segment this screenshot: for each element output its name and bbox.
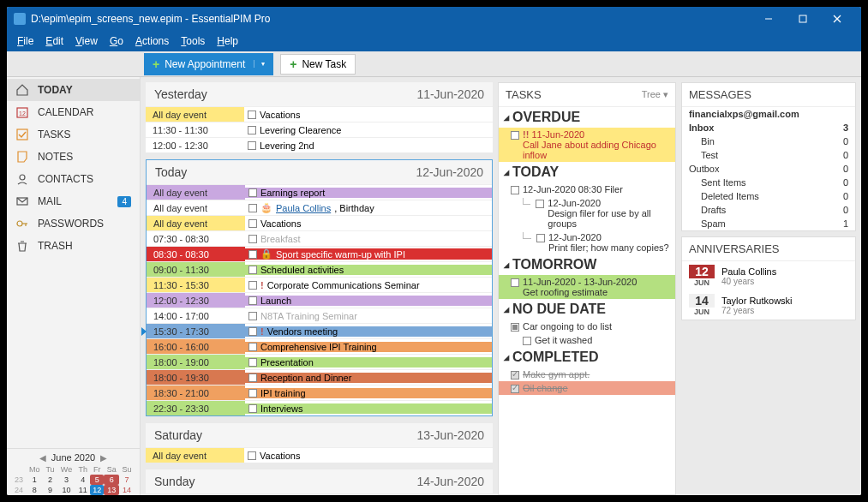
task-checkbox[interactable] (536, 200, 544, 208)
mail-folder[interactable]: Inbox3 (682, 121, 855, 134)
mail-folder[interactable]: Spam1 (682, 217, 855, 230)
mail-folder[interactable]: Drafts0 (682, 203, 855, 217)
minical-day[interactable]: 9 (43, 485, 57, 495)
menu-go[interactable]: Go (105, 33, 129, 49)
minical-day[interactable]: 5 (90, 475, 104, 485)
task-checkbox[interactable] (511, 323, 519, 332)
tasks-view-mode[interactable]: Tree ▾ (642, 89, 668, 100)
event-checkbox[interactable] (248, 111, 256, 119)
event-checkbox[interactable] (248, 281, 257, 290)
minical-day[interactable]: 10 (57, 485, 76, 495)
minical-day[interactable]: 8 (26, 485, 43, 495)
task-group-header[interactable]: ◢ NO DUE DATE (499, 299, 675, 320)
task-item[interactable]: 12-Jun-2020 08:30 Filer (499, 182, 675, 196)
task-item[interactable]: !! 11-Jun-2020Call Jane about adding Chi… (499, 128, 675, 162)
new-appointment-button[interactable]: + New Appointment ▾ (144, 53, 273, 75)
minical-day[interactable]: 6 (104, 475, 119, 485)
task-checkbox[interactable] (511, 278, 519, 287)
event-checkbox[interactable] (248, 374, 257, 382)
event-checkbox[interactable] (248, 358, 257, 367)
task-checkbox[interactable] (511, 131, 519, 140)
minical-day[interactable]: 12 (90, 485, 104, 495)
minical-day[interactable]: 11 (75, 485, 90, 495)
event-checkbox[interactable] (248, 312, 257, 320)
minical-day[interactable]: 1 (26, 475, 43, 485)
minical-day[interactable]: 4 (75, 475, 90, 485)
next-month-button[interactable]: ▶ (100, 453, 107, 463)
task-item[interactable]: Car ongoing to do list (499, 320, 675, 333)
event-checkbox[interactable] (248, 327, 257, 336)
task-item[interactable]: 12-Jun-2020Design filer for use by all g… (499, 196, 675, 230)
mail-folder[interactable]: Outbox0 (682, 162, 855, 176)
mail-account[interactable]: financialxps@gmail.com (682, 107, 855, 121)
menu-help[interactable]: Help (212, 33, 243, 49)
event-checkbox[interactable] (248, 296, 257, 305)
menu-tools[interactable]: Tools (176, 33, 210, 49)
event-row[interactable]: All day eventVacations (146, 106, 493, 122)
event-row[interactable]: All day eventVacations (146, 447, 493, 463)
event-row[interactable]: 09:00 - 11:30Scheduled activities (147, 261, 492, 277)
task-item[interactable]: Make gym appt. (499, 368, 675, 381)
event-row[interactable]: 12:00 - 12:30Levering 2nd (146, 137, 493, 152)
event-row[interactable]: 08:30 - 08:30🔒Sport specific warm-up wit… (147, 246, 492, 261)
event-row[interactable]: 18:30 - 21:00IPI training (147, 385, 492, 400)
minical-day[interactable]: 14 (119, 485, 135, 495)
event-row[interactable]: 11:30 - 15:30!Corporate Communications S… (147, 277, 492, 292)
task-item[interactable]: 11-Jun-2020 - 13-Jun-2020Get roofing est… (499, 275, 675, 299)
task-item[interactable]: Get it washed (499, 333, 675, 347)
event-checkbox[interactable] (248, 404, 257, 413)
event-checkbox[interactable] (248, 266, 257, 274)
task-group-header[interactable]: ◢ OVERDUE (499, 107, 675, 128)
menu-edit[interactable]: Edit (40, 33, 69, 49)
nav-trash[interactable]: TRASH (7, 235, 140, 257)
event-row[interactable]: All day event🎂Paula Collins, Birthday (147, 200, 492, 215)
mail-folder[interactable]: Sent Items0 (682, 176, 855, 189)
mail-folder[interactable]: Deleted Items0 (682, 189, 855, 203)
event-checkbox[interactable] (248, 126, 256, 134)
event-row[interactable]: All day eventVacations (147, 215, 492, 230)
event-row[interactable]: 11:30 - 11:30Levering Clearence (146, 122, 493, 137)
maximize-button[interactable] (786, 7, 820, 31)
mail-folder[interactable]: Bin0 (682, 134, 855, 148)
anniversary-item[interactable]: 12JUNPaula Collins40 years (682, 261, 855, 290)
anniversary-item[interactable]: 14JUNTaylor Rutkowski72 years (682, 290, 855, 320)
dropdown-caret-icon[interactable]: ▾ (254, 60, 265, 68)
minical-day[interactable]: 7 (119, 475, 135, 485)
minical-day[interactable]: 2 (43, 475, 57, 485)
event-row[interactable]: 18:00 - 19:30Reception and Dinner (147, 369, 492, 385)
task-checkbox[interactable] (536, 234, 545, 242)
event-row[interactable]: 12:00 - 12:30Launch (147, 292, 492, 308)
event-checkbox[interactable] (248, 188, 257, 197)
task-checkbox[interactable] (511, 186, 519, 194)
close-button[interactable] (820, 7, 854, 31)
nav-notes[interactable]: NOTES (7, 146, 140, 168)
task-checkbox[interactable] (523, 337, 531, 345)
event-row[interactable]: 07:30 - 08:30Breakfast (147, 230, 492, 246)
nav-calendar[interactable]: 12CALENDAR (7, 101, 140, 123)
prev-month-button[interactable]: ◀ (39, 453, 46, 463)
task-item[interactable]: 12-Jun-2020Print filer; how many copies? (499, 230, 675, 254)
menu-file[interactable]: File (12, 33, 39, 49)
nav-contacts[interactable]: CONTACTS (7, 168, 140, 190)
event-row[interactable]: 18:00 - 19:00Presentation (147, 354, 492, 369)
task-checkbox[interactable] (511, 385, 519, 393)
nav-today[interactable]: TODAY (7, 79, 140, 101)
nav-passwords[interactable]: PASSWORDS (7, 212, 140, 235)
new-task-button[interactable]: + New Task (280, 54, 356, 75)
event-row[interactable]: 16:00 - 16:00Comprehensive IPI Training (147, 338, 492, 354)
task-group-header[interactable]: ◢ COMPLETED (499, 347, 675, 368)
event-checkbox[interactable] (248, 219, 257, 228)
event-checkbox[interactable] (248, 389, 257, 397)
menu-actions[interactable]: Actions (130, 33, 174, 49)
minical-day[interactable]: 13 (104, 485, 119, 495)
event-checkbox[interactable] (248, 451, 256, 460)
task-item[interactable]: Oil change (499, 381, 675, 395)
nav-mail[interactable]: MAIL4 (7, 190, 140, 212)
mail-folder[interactable]: Test0 (682, 148, 855, 162)
nav-tasks[interactable]: TASKS (7, 123, 140, 146)
event-checkbox[interactable] (248, 235, 257, 243)
event-checkbox[interactable] (248, 250, 257, 259)
task-group-header[interactable]: ◢ TOMORROW (499, 254, 675, 275)
task-group-header[interactable]: ◢ TODAY (499, 162, 675, 182)
event-row[interactable]: All day eventEarnings report (147, 184, 492, 200)
